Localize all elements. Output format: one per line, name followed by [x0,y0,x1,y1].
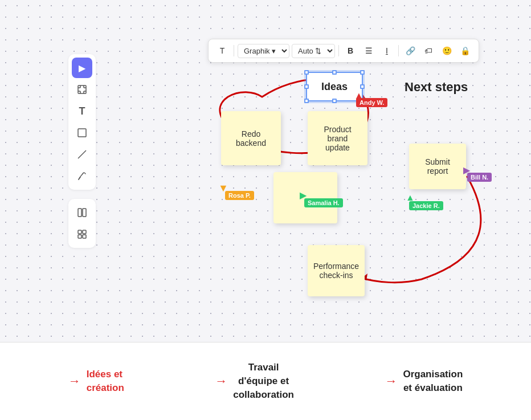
tag-button[interactable]: 🏷 [420,43,436,59]
cursor-bill-arrow: ▶ [463,165,470,176]
sticky-text: Performance check-ins [313,262,359,280]
bottom-text-ideas: Idées et création [87,368,124,395]
emoji-icon: 🙂 [442,46,452,55]
handle-bm [332,99,337,103]
bottom-text-org: Organisation et évaluation [403,368,463,395]
tag-icon: 🏷 [424,46,432,55]
cursor-bill: Bill N. [467,173,492,182]
pen-tool-button[interactable] [72,166,92,186]
cursor-bill-name: Bill N. [471,174,488,181]
link-icon: 🔗 [406,46,415,55]
cursor-andy-arrow: ▲ [354,90,364,102]
font-size-select[interactable]: Auto ⇅ [292,44,335,58]
sticky-product-brand[interactable]: Product brand update [308,111,367,165]
sticky-text: Redo backend [228,129,274,148]
sidebar-group-tools: ▶ T [68,54,96,190]
team-line2: d'équipe et [238,376,289,386]
bottom-arrow-ideas: → [68,374,81,389]
handle-tm [332,70,337,75]
cursor-samalia-arrow: ▶ [300,190,307,201]
cursor-jackie-arrow: ▲ [406,193,415,203]
rect-tool-button[interactable] [72,123,92,143]
org-line1: Organisation [403,369,463,380]
org-line2: et évaluation [403,382,463,393]
sticky-submit-report[interactable]: Submit report [409,144,466,189]
svg-rect-12 [78,209,81,217]
sticky-text: Product brand update [314,125,361,152]
lock-icon: 🔒 [460,46,470,55]
svg-rect-15 [83,230,86,234]
toolbar-sep-2 [338,45,339,56]
bottom-item-ideas: → Idées et création [68,368,124,395]
grid-tool-button[interactable] [72,224,92,244]
toolbar-sep-3 [398,45,399,56]
sticky-redo-backend[interactable]: Redo backend [221,111,281,165]
font-icon: T [220,46,225,55]
cursor-jackie-name: Jackie R. [412,202,440,209]
underline-icon: I [386,46,388,55]
next-steps-label: Next steps [405,80,468,95]
team-line1: Travail [248,362,279,373]
layout-tool-button[interactable] [72,202,92,223]
svg-rect-17 [83,235,86,238]
select-tool-button[interactable]: ▶ [72,58,92,78]
svg-rect-13 [83,209,86,217]
svg-rect-16 [78,235,81,238]
cursor-samalia-name: Samalia H. [308,199,340,206]
ideas-label: Ideas [321,81,348,93]
bottom-text-team: Travail d'équipe et collaboration [233,361,294,401]
sidebar: ▶ T [68,54,96,248]
ideas-line2: création [87,382,124,393]
handle-lm [304,84,309,89]
handle-tr [360,70,365,75]
toolbar-sep-1 [234,45,234,56]
svg-line-11 [78,150,86,158]
cursor-rosa: Rosa P. [225,191,254,200]
ideas-line1: Idées et [87,369,122,380]
bottom-section: → Idées et création → Travail d'équipe e… [0,342,531,420]
handle-rm [360,84,365,89]
bottom-arrow-team: → [215,374,227,389]
line-tool-button[interactable] [72,144,92,165]
link-button[interactable]: 🔗 [402,43,418,59]
text-tool-button[interactable]: T [72,101,92,121]
svg-rect-14 [78,230,81,234]
bold-button[interactable]: B [342,43,358,59]
sidebar-group-layout [68,199,96,248]
lock-button[interactable]: 🔒 [457,43,473,59]
sticky-performance[interactable]: Performance check-ins [308,245,365,296]
font-button[interactable]: T [214,43,230,59]
handle-bl [304,99,309,103]
svg-rect-10 [78,129,86,137]
bottom-arrow-org: → [385,374,397,389]
sticky-text: Submit report [416,157,459,176]
bottom-item-org: → Organisation et évaluation [385,368,463,395]
bold-icon: B [348,46,353,55]
bottom-item-team: → Travail d'équipe et collaboration [215,361,294,401]
svg-rect-1 [78,85,86,93]
toolbar: T Graphik ▾ Auto ⇅ B ☰ I 🔗 🏷 🙂 🔒 [208,39,479,63]
emoji-button[interactable]: 🙂 [439,43,455,59]
frame-tool-button[interactable] [72,79,92,100]
font-family-select[interactable]: Graphik ▾ [238,44,289,58]
cursor-samalia: Samalia H. [304,198,343,207]
cursor-rosa-name: Rosa P. [228,192,251,199]
align-icon: ☰ [365,46,373,55]
cursor-rosa-arrow: ▼ [218,182,228,194]
team-line3: collaboration [233,389,294,400]
underline-button[interactable]: I [379,43,395,59]
handle-tl [304,70,309,75]
align-button[interactable]: ☰ [361,43,377,59]
